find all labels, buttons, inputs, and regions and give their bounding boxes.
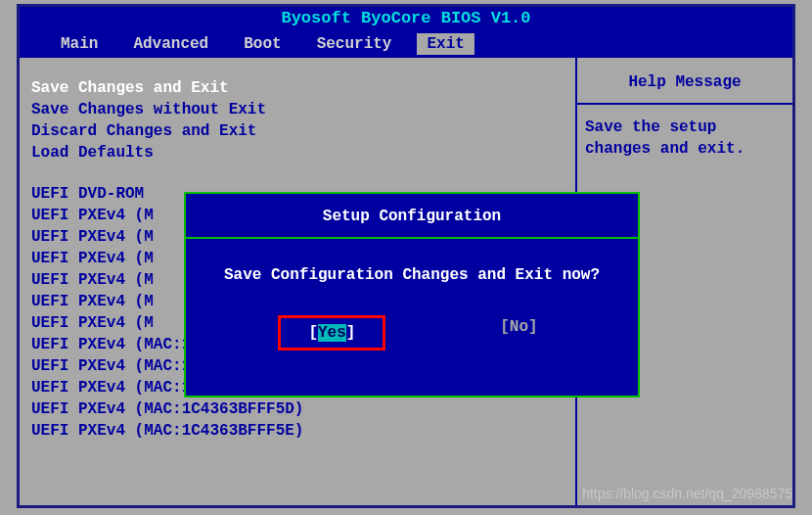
dialog-message: Save Configuration Changes and Exit now? [186, 266, 638, 284]
dialog-body: Save Configuration Changes and Exit now?… [186, 239, 638, 351]
watermark: https://blog.csdn.net/qq_20988575 [582, 486, 792, 501]
yes-button-label: Yes [318, 324, 346, 342]
boot-item[interactable]: UEFI PXEv4 (MAC:1C4363BFFF5D) [31, 398, 569, 420]
confirmation-dialog: Setup Configuration Save Configuration C… [184, 192, 640, 398]
exit-option-discard-exit[interactable]: Discard Changes and Exit [31, 120, 569, 142]
dialog-title: Setup Configuration [186, 194, 638, 239]
boot-item[interactable]: UEFI PXEv4 (MAC:1C4363BFFF5E) [31, 420, 569, 442]
exit-option-load-defaults[interactable]: Load Defaults [31, 142, 569, 164]
dialog-buttons: [Yes] [No] [186, 315, 638, 351]
menu-tab-advanced[interactable]: Advanced [123, 33, 218, 55]
no-button[interactable]: [No] [492, 315, 545, 351]
exit-option-save-no-exit[interactable]: Save Changes without Exit [31, 99, 569, 120]
bios-title: Byosoft ByoCore BIOS V1.0 [20, 7, 792, 29]
menu-tab-exit[interactable]: Exit [417, 33, 474, 55]
help-content: Save the setup changes and exit. [577, 105, 792, 171]
help-header: Help Message [577, 58, 792, 105]
exit-option-save-exit[interactable]: Save Changes and Exit [31, 77, 569, 99]
exit-options-list: Save Changes and Exit Save Changes witho… [31, 77, 569, 164]
menu-tab-main[interactable]: Main [51, 33, 108, 55]
yes-button-highlight: [Yes] [278, 315, 385, 351]
header-bar: Byosoft ByoCore BIOS V1.0 Main Advanced … [20, 7, 792, 58]
menu-tabs: Main Advanced Boot Security Exit [20, 29, 792, 55]
no-button-label: No [510, 318, 528, 336]
menu-tab-boot[interactable]: Boot [234, 33, 291, 55]
menu-tab-security[interactable]: Security [307, 33, 402, 55]
yes-button[interactable]: [Yes] [300, 321, 363, 345]
